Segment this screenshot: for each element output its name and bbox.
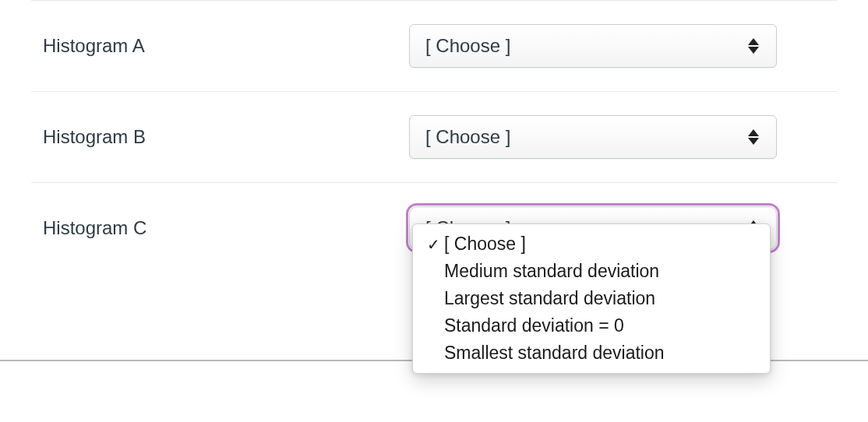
select-value: [ Choose ]	[425, 126, 510, 148]
option-label: Medium standard deviation	[444, 261, 659, 282]
svg-marker-3	[748, 138, 759, 145]
label-histogram-a: Histogram A	[43, 35, 409, 57]
option-label: Standard deviation = 0	[444, 315, 624, 336]
row-histogram-b: Histogram B [ Choose ]	[31, 91, 837, 182]
option-choose[interactable]: ✓ [ Choose ]	[413, 230, 770, 258]
option-label: Smallest standard deviation	[444, 343, 665, 364]
label-histogram-c: Histogram C	[43, 217, 409, 239]
svg-marker-2	[748, 129, 759, 136]
updown-icon	[748, 38, 759, 54]
svg-marker-0	[748, 38, 759, 45]
row-histogram-a: Histogram A [ Choose ]	[31, 0, 837, 91]
option-label: Largest standard deviation	[444, 288, 655, 309]
updown-icon	[748, 129, 759, 145]
option-standard-deviation-zero[interactable]: Standard deviation = 0	[413, 312, 770, 339]
option-smallest-standard-deviation[interactable]: Smallest standard deviation	[413, 339, 770, 367]
dropdown-histogram-c: ✓ [ Choose ] Medium standard deviation L…	[412, 223, 771, 374]
option-label: [ Choose ]	[444, 234, 526, 255]
select-histogram-a[interactable]: [ Choose ]	[409, 24, 777, 68]
row-histogram-c: Histogram C [ Choose ] ✓ [ Choose ] Medi…	[31, 182, 837, 273]
label-histogram-b: Histogram B	[43, 126, 409, 148]
option-largest-standard-deviation[interactable]: Largest standard deviation	[413, 285, 770, 312]
select-histogram-b[interactable]: [ Choose ]	[409, 115, 777, 159]
checkmark-icon: ✓	[422, 235, 444, 254]
select-value: [ Choose ]	[425, 35, 510, 57]
svg-marker-1	[748, 47, 759, 54]
option-medium-standard-deviation[interactable]: Medium standard deviation	[413, 258, 770, 285]
